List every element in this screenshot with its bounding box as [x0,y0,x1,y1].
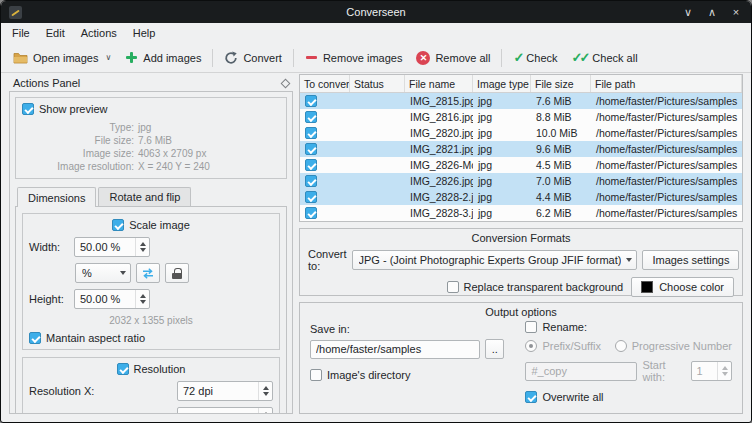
minimize-icon[interactable]: ∨ [681,2,695,22]
menu-help[interactable]: Help [125,25,164,41]
to-convert-checkbox[interactable] [305,207,317,219]
save-in-input[interactable] [310,340,480,359]
scale-frame: Scale image Width: 50.00 % % [22,213,280,350]
table-row[interactable]: IMG_2826-Mo...jpg4.5 MiB/home/faster/Pic… [300,157,742,173]
prefix-suffix-radio[interactable] [525,340,537,352]
table-row[interactable]: IMG_2820.jpgjpg10.0 MiB/home/faster/Pict… [300,125,742,141]
to-convert-checkbox[interactable] [305,95,317,107]
check-button[interactable]: ✓ Check [506,47,564,68]
tab-rotate-flip[interactable]: Rotate and flip [98,187,191,206]
images-directory-checkbox[interactable] [310,369,322,381]
table-cell: IMG_2826.jpg [405,175,473,187]
replace-transparent-checkbox[interactable] [447,281,459,293]
remove-all-button[interactable]: ✕ Remove all [409,47,497,69]
column-header-file-name[interactable]: File name [405,75,473,92]
column-header-to-convert[interactable]: To convert [300,75,350,92]
remove-images-button[interactable]: Remove images [298,47,409,68]
progressive-number-row[interactable]: Progressive Number [615,340,732,352]
menu-file[interactable]: File [4,25,38,41]
actions-panel: Actions Panel Show preview Type:jpg File… [9,75,293,414]
replace-transparent-row[interactable]: Replace transparent background [447,281,624,293]
lock-icon [172,268,182,279]
images-directory-label: Image's directory [327,369,410,381]
table-cell: jpg [473,143,531,155]
show-preview-row[interactable]: Show preview [22,103,280,115]
maintain-aspect-checkbox[interactable] [29,332,41,344]
menu-edit[interactable]: Edit [38,25,73,41]
maintain-aspect-label: Mantain aspect ratio [46,332,145,344]
rename-row[interactable]: Rename: [525,321,732,333]
dock-float-icon[interactable] [281,78,291,88]
browse-button[interactable]: .. [485,339,504,359]
scale-image-checkbox[interactable] [112,219,124,231]
to-convert-checkbox[interactable] [305,127,317,139]
color-swatch [641,281,653,293]
menu-actions[interactable]: Actions [73,25,125,41]
scale-image-row[interactable]: Scale image [29,219,273,231]
format-combobox[interactable]: JPG - (Joint Photographic Experts Group … [352,250,638,270]
column-header-file-size[interactable]: File size [531,75,591,92]
choose-color-button[interactable]: Choose color [631,277,734,297]
table-row[interactable]: IMG_2816.jpgjpg8.8 MiB/home/faster/Pictu… [300,109,742,125]
show-preview-checkbox[interactable] [22,103,34,115]
table-cell: jpg [473,159,531,171]
to-convert-checkbox[interactable] [305,175,317,187]
start-with-spinbox[interactable]: 1 [691,361,732,381]
unit-combobox[interactable]: % [75,263,131,283]
to-convert-checkbox[interactable] [305,159,317,171]
table-row[interactable]: IMG_2821.jpgjpg9.6 MiB/home/faster/Pictu… [300,141,742,157]
maximize-icon[interactable]: ∧ [705,2,719,22]
prefix-suffix-row[interactable]: Prefix/Suffix [525,340,601,352]
resolution-frame: Resolution Resolution X: 72 dpi Resoluti… [22,357,280,414]
height-spinbox[interactable]: 50.00 % [74,289,150,309]
overwrite-all-checkbox[interactable] [525,391,537,403]
open-images-dropdown-icon[interactable]: ∨ [105,53,111,62]
to-convert-checkbox[interactable] [305,111,317,123]
rename-pattern-input[interactable] [525,362,637,381]
toolbar-separator [212,49,213,67]
resolution-y-spinbox[interactable]: 72 dpi [177,407,273,414]
titlebar[interactable]: Converseen ∨ ∧ × [1,1,751,23]
tab-dimensions[interactable]: Dimensions [17,187,96,207]
to-convert-checkbox[interactable] [305,191,317,203]
table-cell: 9.6 MiB [531,143,591,155]
close-icon[interactable]: × [729,2,743,22]
rename-checkbox[interactable] [525,321,537,333]
images-settings-button[interactable]: Images settings [642,250,739,270]
remove-all-label: Remove all [435,52,490,64]
width-spinbox[interactable]: 50.00 % [74,237,150,257]
maintain-aspect-row[interactable]: Mantain aspect ratio [29,332,273,344]
check-all-button[interactable]: ✓✓ Check all [565,47,645,68]
overwrite-all-label: Overwrite all [542,391,603,403]
column-header-status[interactable]: Status [350,75,405,92]
resolution-x-spinbox[interactable]: 72 dpi [177,381,273,401]
table-cell: 8.8 MiB [531,111,591,123]
progressive-number-radio[interactable] [615,340,627,352]
overwrite-all-row[interactable]: Overwrite all [525,391,732,403]
dimensions-tab-page: Scale image Width: 50.00 % % [15,206,287,414]
convert-button[interactable]: Convert [217,47,289,69]
file-table-header: To convert Status File name Image type F… [300,75,742,93]
to-convert-checkbox[interactable] [305,143,317,155]
resolution-row[interactable]: Resolution [29,363,273,375]
convert-label: Convert [243,52,282,64]
table-cell: /home/faster/Pictures/samples [591,159,742,171]
table-cell: 6.2 MiB [531,207,591,219]
column-header-image-type[interactable]: Image type [473,75,531,92]
table-row[interactable]: IMG_2826.jpgjpg7.0 MiB/home/faster/Pictu… [300,173,742,189]
refresh-button[interactable] [136,263,160,283]
table-row[interactable]: IMG_2828-2.jpgjpg4.4 MiB/home/faster/Pic… [300,189,742,205]
open-images-button[interactable]: Open images ∨ [6,48,118,68]
add-images-button[interactable]: Add images [118,47,208,68]
preview-info-frame: Show preview Type:jpg File size:7.6 MiB … [15,97,287,179]
images-directory-row[interactable]: Image's directory [310,369,504,381]
file-table-body: IMG_2815.jpgjpg7.6 MiB/home/faster/Pictu… [300,93,742,221]
table-cell: jpg [473,111,531,123]
resolution-checkbox[interactable] [117,363,129,375]
column-header-file-path[interactable]: File path [591,75,742,92]
table-cell: jpg [473,191,531,203]
lock-aspect-button[interactable] [165,263,189,283]
table-row[interactable]: IMG_2828-3.jpgjpg6.2 MiB/home/faster/Pic… [300,205,742,221]
table-cell: 10.0 MiB [531,127,591,139]
table-row[interactable]: IMG_2815.jpgjpg7.6 MiB/home/faster/Pictu… [300,93,742,109]
